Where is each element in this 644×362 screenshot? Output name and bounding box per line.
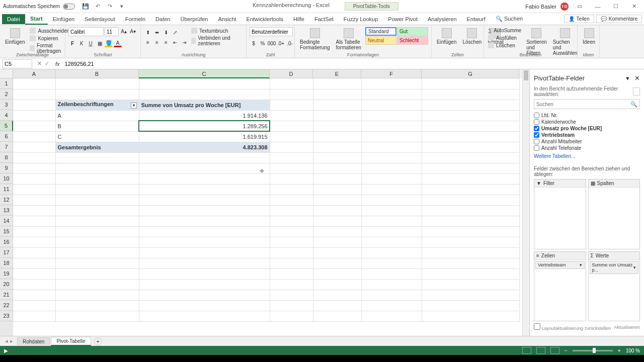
cell[interactable]	[13, 311, 55, 321]
cell[interactable]	[361, 184, 422, 195]
fill-color-button[interactable]: 🪣	[105, 39, 113, 47]
save-icon[interactable]: 💾	[82, 3, 89, 10]
cell[interactable]	[313, 184, 361, 195]
cell[interactable]	[270, 216, 313, 226]
view-pagebreak-icon[interactable]	[550, 347, 559, 354]
field-item[interactable]: Kalenderwoche	[534, 119, 640, 125]
cell[interactable]	[422, 300, 519, 311]
cell[interactable]	[313, 78, 361, 89]
sheet-tab-rohdaten[interactable]: Rohdaten	[17, 337, 50, 345]
cell[interactable]	[13, 226, 55, 237]
dec-decimal-icon[interactable]: .0-	[286, 39, 294, 47]
cell[interactable]	[13, 142, 55, 152]
minimize-icon[interactable]: —	[591, 2, 605, 12]
row-header[interactable]: 11	[0, 184, 13, 195]
inc-decimal-icon[interactable]: .0+	[277, 39, 285, 47]
cell[interactable]	[361, 131, 422, 142]
cell[interactable]	[313, 290, 361, 300]
cell[interactable]	[13, 205, 55, 216]
cell[interactable]	[313, 300, 361, 311]
field-checkbox[interactable]	[534, 119, 539, 125]
cell[interactable]	[270, 247, 313, 258]
cell[interactable]	[270, 131, 313, 142]
cell[interactable]	[361, 226, 422, 237]
cell[interactable]	[139, 311, 270, 321]
cell[interactable]	[139, 184, 270, 195]
cell[interactable]	[13, 216, 55, 226]
cell[interactable]	[422, 195, 519, 205]
style-schlecht[interactable]: Schlecht	[397, 36, 428, 45]
cell[interactable]	[139, 247, 270, 258]
col-header-g[interactable]: G	[422, 69, 519, 78]
tab-layout[interactable]: Seitenlayout	[79, 14, 120, 24]
cell[interactable]	[422, 142, 519, 152]
cell[interactable]	[55, 268, 139, 279]
cell[interactable]	[55, 184, 139, 195]
cell[interactable]	[55, 89, 139, 100]
cell[interactable]	[13, 184, 55, 195]
cell[interactable]	[139, 205, 270, 216]
cell[interactable]	[55, 216, 139, 226]
cell[interactable]	[361, 216, 422, 226]
cell[interactable]	[139, 163, 270, 173]
cell[interactable]	[313, 173, 361, 184]
row-header[interactable]: 4	[0, 110, 13, 121]
cell[interactable]	[422, 205, 519, 216]
cell[interactable]	[270, 152, 313, 163]
select-all-corner[interactable]	[0, 69, 13, 78]
row-header[interactable]: 6	[0, 131, 13, 142]
cell[interactable]	[13, 279, 55, 290]
name-box[interactable]	[2, 59, 32, 68]
align-top-icon[interactable]: ⬆	[144, 28, 152, 36]
filter-area[interactable]: ▼ Filter	[534, 179, 586, 249]
cell[interactable]: 4.823.308	[139, 142, 270, 152]
cell[interactable]	[361, 237, 422, 247]
font-color-button[interactable]: A	[114, 39, 122, 47]
field-item[interactable]: Umsatz pro Woche [EUR]	[534, 125, 640, 132]
tab-factset[interactable]: FactSet	[309, 14, 339, 24]
orientation-icon[interactable]: ⤢	[171, 28, 179, 36]
cell[interactable]	[313, 279, 361, 290]
cell[interactable]	[313, 121, 361, 131]
more-tables-link[interactable]: Weitere Tabellen...	[534, 151, 640, 161]
cell[interactable]	[422, 89, 519, 100]
cell[interactable]	[13, 152, 55, 163]
tab-analyze[interactable]: Analysieren	[423, 14, 461, 24]
cell[interactable]	[55, 247, 139, 258]
cell[interactable]	[139, 152, 270, 163]
tab-help[interactable]: Hilfe	[288, 14, 309, 24]
cell[interactable]	[422, 247, 519, 258]
col-header-f[interactable]: F	[361, 69, 422, 78]
italic-button[interactable]: K	[77, 39, 86, 47]
merge-center-button[interactable]: Verbinden und zentrieren	[190, 35, 243, 47]
cell[interactable]	[139, 173, 270, 184]
cell[interactable]	[422, 216, 519, 226]
cell[interactable]	[139, 290, 270, 300]
formula-input[interactable]	[63, 59, 644, 68]
tab-formulas[interactable]: Formeln	[120, 14, 150, 24]
field-item[interactable]: Anzahl Telefonate	[534, 145, 640, 151]
row-header[interactable]: 1	[0, 78, 13, 89]
tab-data[interactable]: Daten	[150, 14, 175, 24]
cell[interactable]	[270, 89, 313, 100]
cell[interactable]	[139, 300, 270, 311]
tab-insert[interactable]: Einfügen	[48, 14, 79, 24]
cell[interactable]	[270, 237, 313, 247]
cell[interactable]	[270, 268, 313, 279]
cell[interactable]	[422, 121, 519, 131]
autosum-button[interactable]: ∑AutoSumme	[487, 27, 522, 34]
vertical-scrollbar[interactable]	[522, 69, 529, 336]
rows-area-item[interactable]: Vertriebsteam▾	[535, 261, 585, 269]
cells-delete-button[interactable]: Löschen	[460, 27, 484, 46]
cell[interactable]	[13, 110, 55, 121]
cell[interactable]	[361, 100, 422, 110]
cell[interactable]	[422, 268, 519, 279]
cell[interactable]	[139, 78, 270, 89]
row-header[interactable]: 9	[0, 163, 13, 173]
cell[interactable]	[361, 300, 422, 311]
cut-button[interactable]: Ausschneiden	[29, 27, 70, 34]
row-header[interactable]: 3	[0, 100, 13, 110]
cell[interactable]	[13, 100, 55, 110]
cell[interactable]	[139, 226, 270, 237]
cell[interactable]	[313, 152, 361, 163]
